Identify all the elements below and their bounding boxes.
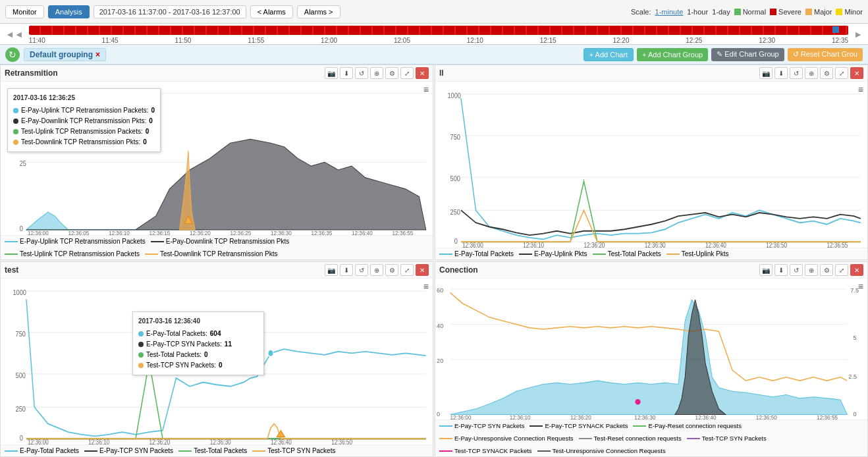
tooltip-dot-0 [13, 108, 18, 113]
legend-epay-total-ll: E-Pay-Total Packets [439, 250, 514, 257]
close-chart-icon-test[interactable]: ✕ [416, 264, 429, 276]
legend-minor: Minor [836, 8, 863, 16]
chart-test-body[interactable]: ≡ 2017-03-16 12:36:40 E-Pay-Total Packet… [1, 279, 433, 444]
svg-text:12:36:40: 12:36:40 [695, 414, 717, 419]
camera-icon-test[interactable]: 📷 [325, 264, 338, 276]
hamburger-icon-test[interactable]: ≡ [423, 281, 429, 292]
expand-icon-test[interactable]: ⤢ [400, 264, 414, 276]
test-legend-label-1: E-Pay-TCP SYN Packets [99, 447, 173, 454]
expand-icon-conn[interactable]: ⤢ [835, 264, 848, 276]
ll-svg: 1000 750 500 250 0 12:36:00 12:36:10 12:… [435, 82, 867, 248]
close-chart-icon-ll[interactable]: ✕ [850, 67, 863, 79]
group-close-icon[interactable]: × [95, 50, 100, 59]
ll-legend-color-0 [439, 254, 452, 255]
refresh-chart-icon-ll[interactable]: ↺ [790, 67, 803, 79]
timeline-nav-left[interactable]: ◄◄ [3, 29, 26, 40]
add-chart-button[interactable]: + Add Chart [583, 48, 634, 61]
zoom-in-icon-conn[interactable]: ⊕ [805, 264, 818, 276]
tooltip-val-0: 0 [151, 105, 155, 116]
download-icon-test[interactable]: ⬇ [340, 264, 353, 276]
timeline-track[interactable] [29, 26, 848, 35]
severe-dot [770, 9, 776, 15]
settings-icon-conn[interactable]: ⚙ [820, 264, 833, 276]
zoom-in-icon-test[interactable]: ⊕ [370, 264, 383, 276]
conn-legend-label-1: E-Pay-TCP SYNACK Packets [545, 422, 628, 429]
svg-text:0: 0 [20, 434, 23, 442]
refresh-chart-icon-conn[interactable]: ↺ [790, 264, 803, 276]
hamburger-icon-conn[interactable]: ≡ [858, 281, 863, 292]
svg-text:1000: 1000 [13, 288, 26, 296]
test-tooltip-dot-3 [138, 363, 144, 368]
download-icon-conn[interactable]: ⬇ [774, 264, 788, 276]
scale-1min[interactable]: 1-minute [655, 8, 684, 16]
expand-icon[interactable]: ⤢ [400, 67, 414, 79]
tooltip-label-3: Test-Downlink TCP Retransmission Pkts: [21, 137, 140, 148]
svg-text:12:36:10: 12:36:10 [510, 414, 531, 419]
analysis-button[interactable]: Analysis [48, 5, 90, 18]
conn-legend-label-4: Test-Reset connection requests [594, 435, 682, 442]
chart-connection-body[interactable]: ≡ 60 40 20 0 7.5 5 2.5 0 12:36:00 12:36:… [435, 279, 867, 419]
tooltip-label-1: E-Pay-Downlink TCP Retransmission Pkts: [21, 116, 146, 126]
alarm-next-button[interactable]: Alarms > [297, 5, 340, 18]
ll-legend-label-1: E-Pay-Uplink Pkts [534, 250, 587, 257]
svg-text:0: 0 [20, 225, 24, 233]
camera-icon-conn[interactable]: 📷 [759, 264, 773, 276]
settings-icon[interactable]: ⚙ [385, 67, 398, 79]
ll-legend-label-2: Test-Total Packets [608, 250, 661, 257]
zoom-in-icon-ll[interactable]: ⊕ [805, 67, 818, 79]
chart-test-controls: 📷 ⬇ ↺ ⊕ ⚙ ⤢ ✕ [325, 264, 429, 276]
svg-text:12:36:50: 12:36:50 [331, 439, 352, 444]
timeline-bar: ◄◄ 11:40 11:45 11:50 11:55 12:00 12:05 1… [0, 24, 868, 45]
chart-connection: Conection 📷 ⬇ ↺ ⊕ ⚙ ⤢ ✕ ≡ 60 40 20 0 7.5 [435, 261, 868, 457]
legend-severe: Severe [770, 8, 801, 16]
alarm-prev-button[interactable]: < Alarms [250, 5, 293, 18]
camera-icon[interactable]: 📷 [325, 67, 338, 79]
svg-text:750: 750 [16, 330, 26, 338]
hamburger-icon[interactable]: ≡ [423, 84, 429, 95]
chart-retransmition-title: Retransmition [5, 68, 58, 78]
tooltip-row-2: Test-Uplink TCP Retransmission Packets: … [13, 126, 155, 137]
svg-point-50 [268, 350, 273, 356]
zoom-in-icon[interactable]: ⊕ [370, 67, 383, 79]
legend-epay-syn-test: E-Pay-TCP SYN Packets [84, 447, 173, 454]
scale-1hr[interactable]: 1-hour [687, 8, 708, 16]
add-chart-group-button[interactable]: + Add Chart Group [637, 48, 708, 61]
close-chart-icon[interactable]: ✕ [416, 67, 429, 79]
timeline-nav-right[interactable]: ► [851, 29, 865, 40]
refresh-chart-icon-test[interactable]: ↺ [355, 264, 368, 276]
chart-test-header: test 📷 ⬇ ↺ ⊕ ⚙ ⤢ ✕ [1, 262, 433, 279]
refresh-chart-icon[interactable]: ↺ [355, 67, 368, 79]
download-icon-ll[interactable]: ⬇ [774, 67, 788, 79]
scale-1day[interactable]: 1-day [712, 8, 730, 16]
refresh-button[interactable]: ↻ [5, 47, 20, 62]
chart-retransmition-body[interactable]: ≡ 2017-03-16 12:36:25 E-Pay-Uplink TCP R… [1, 82, 433, 235]
svg-text:250: 250 [16, 405, 26, 413]
chart-ll-body[interactable]: ≡ 1000 750 500 250 0 12:36:00 12:36:10 1… [435, 82, 867, 248]
download-icon[interactable]: ⬇ [340, 67, 353, 79]
group-bar: ↻ Default grouping × + Add Chart + Add C… [0, 45, 868, 65]
legend-color-0 [5, 241, 18, 242]
chart-test-footer: E-Pay-Total Packets E-Pay-TCP SYN Packet… [1, 444, 433, 456]
tooltip-label-0: E-Pay-Uplink TCP Retransmission Packets: [21, 105, 149, 116]
minor-label: Minor [844, 8, 863, 16]
chart-retransmition-header: Retransmition 📷 ⬇ ↺ ⊕ ⚙ ⤢ ✕ [1, 65, 433, 82]
chart-retransmition-controls: 📷 ⬇ ↺ ⊕ ⚙ ⤢ ✕ [325, 67, 429, 79]
settings-icon-test[interactable]: ⚙ [385, 264, 398, 276]
expand-icon-ll[interactable]: ⤢ [835, 67, 848, 79]
edit-chart-group-button[interactable]: ✎ Edit Chart Group [711, 48, 784, 61]
svg-text:2.5: 2.5 [848, 373, 857, 380]
conn-legend-color-0 [439, 425, 452, 427]
svg-text:500: 500 [450, 175, 461, 182]
svg-text:12:36:10: 12:36:10 [523, 242, 544, 248]
svg-text:60: 60 [437, 286, 443, 294]
legend-test-uplink-ll: Test-Uplink Pkts [666, 250, 729, 257]
minor-dot [836, 9, 842, 15]
close-chart-icon-conn[interactable]: ✕ [850, 264, 863, 276]
svg-text:12:36:20: 12:36:20 [570, 414, 591, 419]
chart-ll-header: ll 📷 ⬇ ↺ ⊕ ⚙ ⤢ ✕ [435, 65, 867, 82]
camera-icon-ll[interactable]: 📷 [759, 67, 773, 79]
settings-icon-ll[interactable]: ⚙ [820, 67, 833, 79]
reset-chart-group-button[interactable]: ↺ Reset Chart Grou [788, 48, 863, 61]
monitor-button[interactable]: Monitor [5, 5, 44, 18]
hamburger-icon-ll[interactable]: ≡ [858, 84, 863, 95]
